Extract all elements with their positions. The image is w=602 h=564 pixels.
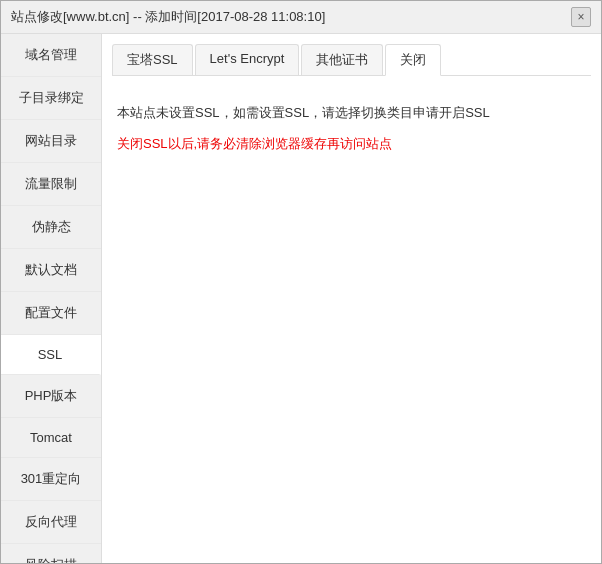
- title-bar: 站点修改[www.bt.cn] -- 添加时间[2017-08-28 11:08…: [1, 1, 601, 34]
- tab-bar: 宝塔SSLLet's Encrypt其他证书关闭: [112, 44, 591, 76]
- sidebar-item-domain[interactable]: 域名管理: [1, 34, 101, 77]
- tab-bt-ssl[interactable]: 宝塔SSL: [112, 44, 193, 75]
- sidebar-item-subdir[interactable]: 子目录绑定: [1, 77, 101, 120]
- sidebar-item-default-doc[interactable]: 默认文档: [1, 249, 101, 292]
- sidebar-item-ssl[interactable]: SSL: [1, 335, 101, 375]
- main-window: 站点修改[www.bt.cn] -- 添加时间[2017-08-28 11:08…: [0, 0, 602, 564]
- window-title: 站点修改[www.bt.cn] -- 添加时间[2017-08-28 11:08…: [11, 8, 325, 26]
- sidebar-item-pseudo-static[interactable]: 伪静态: [1, 206, 101, 249]
- sidebar-item-config[interactable]: 配置文件: [1, 292, 101, 335]
- tab-other-cert[interactable]: 其他证书: [301, 44, 383, 75]
- tab-close[interactable]: 关闭: [385, 44, 441, 76]
- main-content: 域名管理子目录绑定网站目录流量限制伪静态默认文档配置文件SSLPHP版本Tomc…: [1, 34, 601, 563]
- ssl-warning-text: 关闭SSL以后,请务必清除浏览器缓存再访问站点: [117, 132, 586, 155]
- sidebar-item-traffic[interactable]: 流量限制: [1, 163, 101, 206]
- sidebar: 域名管理子目录绑定网站目录流量限制伪静态默认文档配置文件SSLPHP版本Tomc…: [1, 34, 102, 563]
- sidebar-item-security[interactable]: 风险扫描: [1, 544, 101, 563]
- tab-content: 本站点未设置SSL，如需设置SSL，请选择切换类目申请开启SSL 关闭SSL以后…: [112, 91, 591, 166]
- sidebar-item-redirect[interactable]: 301重定向: [1, 458, 101, 501]
- tab-lets-encrypt[interactable]: Let's Encrypt: [195, 44, 300, 75]
- ssl-info-text: 本站点未设置SSL，如需设置SSL，请选择切换类目申请开启SSL: [117, 101, 586, 124]
- sidebar-item-tomcat[interactable]: Tomcat: [1, 418, 101, 458]
- window-close-button[interactable]: ×: [571, 7, 591, 27]
- sidebar-item-proxy[interactable]: 反向代理: [1, 501, 101, 544]
- content-area: 宝塔SSLLet's Encrypt其他证书关闭 本站点未设置SSL，如需设置S…: [102, 34, 601, 563]
- sidebar-item-php[interactable]: PHP版本: [1, 375, 101, 418]
- sidebar-item-webroot[interactable]: 网站目录: [1, 120, 101, 163]
